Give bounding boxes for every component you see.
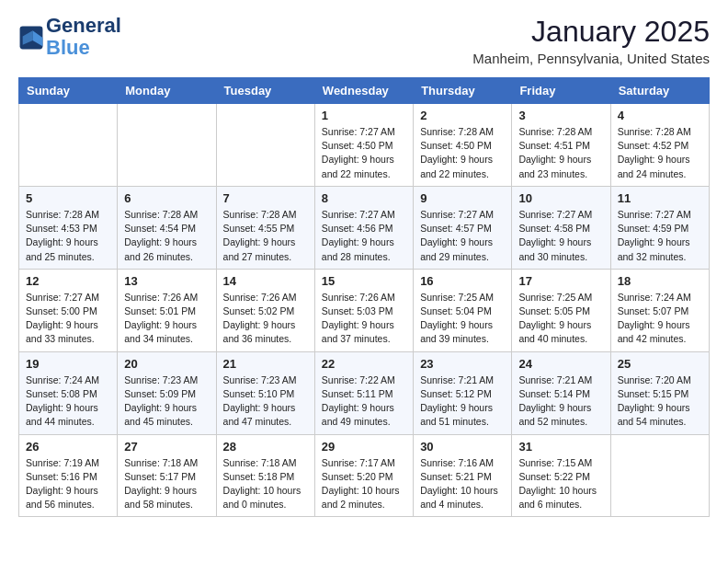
calendar-cell: 4Sunrise: 7:28 AMSunset: 4:52 PMDaylight… xyxy=(610,104,709,187)
day-number: 1 xyxy=(322,109,406,122)
cell-info: Sunrise: 7:27 AMSunset: 4:56 PMDaylight:… xyxy=(322,208,406,264)
day-number: 9 xyxy=(420,191,505,205)
calendar-cell: 2Sunrise: 7:28 AMSunset: 4:50 PMDaylight… xyxy=(414,104,512,187)
weekday-header-thursday: Thursday xyxy=(414,78,512,104)
calendar-cell: 27Sunrise: 7:18 AMSunset: 5:17 PMDayligh… xyxy=(118,434,216,517)
day-number: 2 xyxy=(420,109,505,122)
cell-info: Sunrise: 7:15 AMSunset: 5:22 PMDaylight:… xyxy=(518,456,603,512)
cell-info: Sunrise: 7:27 AMSunset: 4:58 PMDaylight:… xyxy=(518,208,603,264)
weekday-header-saturday: Saturday xyxy=(610,78,709,104)
day-number: 21 xyxy=(223,357,308,371)
day-number: 30 xyxy=(420,440,505,454)
day-number: 7 xyxy=(223,191,308,205)
day-number: 3 xyxy=(518,109,603,122)
weekday-header-friday: Friday xyxy=(512,78,610,104)
day-number: 17 xyxy=(518,274,603,288)
calendar-cell: 12Sunrise: 7:27 AMSunset: 5:00 PMDayligh… xyxy=(19,269,118,351)
cell-info: Sunrise: 7:28 AMSunset: 4:52 PMDaylight:… xyxy=(618,125,702,181)
calendar-header-row: SundayMondayTuesdayWednesdayThursdayFrid… xyxy=(19,78,710,104)
calendar-week-5: 26Sunrise: 7:19 AMSunset: 5:16 PMDayligh… xyxy=(19,434,710,517)
weekday-header-tuesday: Tuesday xyxy=(216,78,314,104)
logo-icon xyxy=(18,25,44,51)
cell-info: Sunrise: 7:27 AMSunset: 4:59 PMDaylight:… xyxy=(618,208,702,264)
day-number: 14 xyxy=(223,274,308,288)
calendar-cell: 30Sunrise: 7:16 AMSunset: 5:21 PMDayligh… xyxy=(414,434,512,517)
page: General Blue January 2025 Manheim, Penns… xyxy=(0,0,728,535)
day-number: 10 xyxy=(518,191,603,205)
calendar-cell: 1Sunrise: 7:27 AMSunset: 4:50 PMDaylight… xyxy=(314,104,413,187)
calendar-cell: 6Sunrise: 7:28 AMSunset: 4:54 PMDaylight… xyxy=(118,186,216,269)
weekday-header-wednesday: Wednesday xyxy=(314,78,413,104)
day-number: 26 xyxy=(26,440,110,454)
cell-info: Sunrise: 7:27 AMSunset: 4:50 PMDaylight:… xyxy=(322,125,406,181)
day-number: 24 xyxy=(518,357,603,371)
calendar-cell: 26Sunrise: 7:19 AMSunset: 5:16 PMDayligh… xyxy=(19,434,118,517)
calendar-cell: 21Sunrise: 7:23 AMSunset: 5:10 PMDayligh… xyxy=(216,351,314,434)
cell-info: Sunrise: 7:28 AMSunset: 4:51 PMDaylight:… xyxy=(518,125,603,181)
day-number: 19 xyxy=(26,357,110,371)
day-number: 23 xyxy=(420,357,505,371)
cell-info: Sunrise: 7:21 AMSunset: 5:14 PMDaylight:… xyxy=(518,373,603,430)
calendar-cell xyxy=(216,104,314,187)
calendar-cell: 16Sunrise: 7:25 AMSunset: 5:04 PMDayligh… xyxy=(414,269,512,351)
calendar-cell: 13Sunrise: 7:26 AMSunset: 5:01 PMDayligh… xyxy=(118,269,216,351)
calendar-cell: 18Sunrise: 7:24 AMSunset: 5:07 PMDayligh… xyxy=(610,269,709,351)
cell-info: Sunrise: 7:25 AMSunset: 5:04 PMDaylight:… xyxy=(420,291,505,347)
cell-info: Sunrise: 7:26 AMSunset: 5:03 PMDaylight:… xyxy=(322,291,406,347)
day-number: 5 xyxy=(26,191,110,205)
cell-info: Sunrise: 7:28 AMSunset: 4:50 PMDaylight:… xyxy=(420,125,505,181)
cell-info: Sunrise: 7:26 AMSunset: 5:01 PMDaylight:… xyxy=(124,291,209,347)
logo-text: General Blue xyxy=(46,15,121,59)
day-number: 25 xyxy=(618,357,702,371)
cell-info: Sunrise: 7:20 AMSunset: 5:15 PMDaylight:… xyxy=(618,373,702,430)
calendar-cell xyxy=(118,104,216,187)
logo: General Blue xyxy=(18,15,121,59)
day-number: 27 xyxy=(124,440,209,454)
cell-info: Sunrise: 7:23 AMSunset: 5:10 PMDaylight:… xyxy=(223,373,308,430)
day-number: 31 xyxy=(518,440,603,454)
day-number: 6 xyxy=(124,191,209,205)
calendar-week-4: 19Sunrise: 7:24 AMSunset: 5:08 PMDayligh… xyxy=(19,351,710,434)
cell-info: Sunrise: 7:22 AMSunset: 5:11 PMDaylight:… xyxy=(322,373,406,430)
cell-info: Sunrise: 7:28 AMSunset: 4:54 PMDaylight:… xyxy=(124,208,209,264)
cell-info: Sunrise: 7:24 AMSunset: 5:07 PMDaylight:… xyxy=(618,291,702,347)
calendar-cell: 7Sunrise: 7:28 AMSunset: 4:55 PMDaylight… xyxy=(216,186,314,269)
cell-info: Sunrise: 7:19 AMSunset: 5:16 PMDaylight:… xyxy=(26,456,110,512)
calendar-cell: 20Sunrise: 7:23 AMSunset: 5:09 PMDayligh… xyxy=(118,351,216,434)
calendar-cell xyxy=(610,434,709,517)
cell-info: Sunrise: 7:18 AMSunset: 5:18 PMDaylight:… xyxy=(223,456,308,512)
weekday-header-sunday: Sunday xyxy=(19,78,118,104)
day-number: 12 xyxy=(26,274,110,288)
calendar: SundayMondayTuesdayWednesdayThursdayFrid… xyxy=(18,77,710,517)
day-number: 18 xyxy=(618,274,702,288)
calendar-cell: 31Sunrise: 7:15 AMSunset: 5:22 PMDayligh… xyxy=(512,434,610,517)
cell-info: Sunrise: 7:17 AMSunset: 5:20 PMDaylight:… xyxy=(322,456,406,512)
cell-info: Sunrise: 7:24 AMSunset: 5:08 PMDaylight:… xyxy=(26,373,110,430)
calendar-cell: 9Sunrise: 7:27 AMSunset: 4:57 PMDaylight… xyxy=(414,186,512,269)
day-number: 11 xyxy=(618,191,702,205)
day-number: 15 xyxy=(322,274,406,288)
calendar-cell: 10Sunrise: 7:27 AMSunset: 4:58 PMDayligh… xyxy=(512,186,610,269)
header: General Blue January 2025 Manheim, Penns… xyxy=(18,15,710,66)
day-number: 8 xyxy=(322,191,406,205)
weekday-header-monday: Monday xyxy=(118,78,216,104)
day-number: 28 xyxy=(223,440,308,454)
calendar-cell: 14Sunrise: 7:26 AMSunset: 5:02 PMDayligh… xyxy=(216,269,314,351)
calendar-cell: 29Sunrise: 7:17 AMSunset: 5:20 PMDayligh… xyxy=(314,434,413,517)
cell-info: Sunrise: 7:23 AMSunset: 5:09 PMDaylight:… xyxy=(124,373,209,430)
day-number: 16 xyxy=(420,274,505,288)
calendar-cell: 11Sunrise: 7:27 AMSunset: 4:59 PMDayligh… xyxy=(610,186,709,269)
calendar-cell: 25Sunrise: 7:20 AMSunset: 5:15 PMDayligh… xyxy=(610,351,709,434)
calendar-cell: 28Sunrise: 7:18 AMSunset: 5:18 PMDayligh… xyxy=(216,434,314,517)
calendar-cell: 5Sunrise: 7:28 AMSunset: 4:53 PMDaylight… xyxy=(19,186,118,269)
day-number: 4 xyxy=(618,109,702,122)
calendar-cell: 24Sunrise: 7:21 AMSunset: 5:14 PMDayligh… xyxy=(512,351,610,434)
cell-info: Sunrise: 7:16 AMSunset: 5:21 PMDaylight:… xyxy=(420,456,505,512)
cell-info: Sunrise: 7:26 AMSunset: 5:02 PMDaylight:… xyxy=(223,291,308,347)
cell-info: Sunrise: 7:27 AMSunset: 5:00 PMDaylight:… xyxy=(26,291,110,347)
calendar-cell: 3Sunrise: 7:28 AMSunset: 4:51 PMDaylight… xyxy=(512,104,610,187)
calendar-cell: 22Sunrise: 7:22 AMSunset: 5:11 PMDayligh… xyxy=(314,351,413,434)
cell-info: Sunrise: 7:21 AMSunset: 5:12 PMDaylight:… xyxy=(420,373,505,430)
cell-info: Sunrise: 7:28 AMSunset: 4:55 PMDaylight:… xyxy=(223,208,308,264)
day-number: 22 xyxy=(322,357,406,371)
